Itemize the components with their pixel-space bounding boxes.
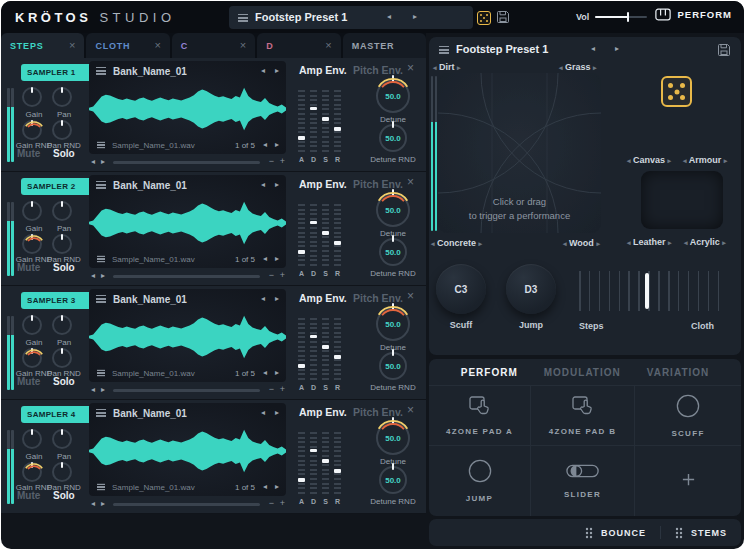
solo-button[interactable]: Solo xyxy=(53,262,75,273)
stems-button[interactable]: STEMS xyxy=(675,527,727,539)
chevron-left-icon[interactable]: ◂ xyxy=(263,139,267,151)
scrollbar[interactable] xyxy=(113,389,260,392)
trigger-pad-scuff[interactable]: C3 xyxy=(436,264,486,314)
tab-pitch-env[interactable]: Pitch Env. xyxy=(353,406,403,418)
attack-slider[interactable] xyxy=(298,432,305,494)
gain-knob[interactable] xyxy=(22,201,42,221)
sampler-select[interactable]: SAMPLER 3 ▾ xyxy=(21,292,99,309)
sustain-slider[interactable] xyxy=(322,90,329,152)
scroll-right-icon[interactable]: ▸ xyxy=(101,384,105,396)
mini-label-acrylic[interactable]: ◂ Acrylic ▸ xyxy=(684,237,726,249)
waveform-display[interactable]: Bank_Name_01 ◂ ▸ Sample_Name_01.wav 1 of… xyxy=(89,289,286,382)
attack-slider[interactable] xyxy=(298,204,305,266)
close-icon[interactable]: × xyxy=(69,40,75,51)
tab-pitch-env[interactable]: Pitch Env. xyxy=(353,64,403,76)
zoom-out-button[interactable]: − xyxy=(269,156,274,166)
bounce-button[interactable]: BOUNCE xyxy=(585,527,646,539)
gain-knob[interactable] xyxy=(22,429,42,449)
zoom-in-button[interactable]: + xyxy=(280,498,285,508)
sampler-select[interactable]: SAMPLER 4 ▾ xyxy=(21,406,99,423)
zoom-out-button[interactable]: − xyxy=(269,384,274,394)
scroll-left-icon[interactable]: ◂ xyxy=(91,498,95,510)
scrollbar[interactable] xyxy=(113,503,260,506)
close-icon[interactable]: × xyxy=(407,403,414,417)
panel-tab[interactable]: STEPS × xyxy=(1,33,84,58)
sustain-slider[interactable] xyxy=(322,204,329,266)
pan-rnd-knob[interactable] xyxy=(52,348,72,368)
mini-label-leather[interactable]: ◂ Leather ▸ xyxy=(627,237,672,249)
detune-rnd-knob[interactable]: 50.0 xyxy=(379,238,407,266)
release-slider[interactable] xyxy=(334,432,341,494)
mini-xy-pad[interactable] xyxy=(641,171,723,229)
chevron-right-icon[interactable]: ▸ xyxy=(275,139,279,151)
hamburger-icon[interactable] xyxy=(96,181,106,189)
scroll-left-icon[interactable]: ◂ xyxy=(91,270,95,282)
release-slider[interactable] xyxy=(334,204,341,266)
chevron-left-icon[interactable]: ◂ xyxy=(261,407,265,419)
sampler-select[interactable]: SAMPLER 2 ▾ xyxy=(21,178,99,195)
release-slider[interactable] xyxy=(334,90,341,152)
mapping-tab[interactable]: MODULATION xyxy=(544,367,621,378)
close-icon[interactable]: × xyxy=(407,61,414,75)
mini-label-canvas[interactable]: ◂ Canvas ▸ xyxy=(627,155,671,167)
hamburger-icon[interactable] xyxy=(96,295,106,303)
morph-slider[interactable] xyxy=(579,271,719,311)
mapping-cell[interactable]: JUMP xyxy=(429,446,530,516)
scroll-left-icon[interactable]: ◂ xyxy=(91,156,95,168)
attack-slider[interactable] xyxy=(298,318,305,380)
hamburger-icon[interactable] xyxy=(238,14,248,22)
chevron-left-icon[interactable]: ◂ xyxy=(591,43,595,55)
mute-button[interactable]: Mute xyxy=(17,376,40,387)
sampler-select[interactable]: SAMPLER 1 ▾ xyxy=(21,64,99,81)
detune-rnd-knob[interactable]: 50.0 xyxy=(379,352,407,380)
solo-button[interactable]: Solo xyxy=(53,490,75,501)
waveform-display[interactable]: Bank_Name_01 ◂ ▸ Sample_Name_01.wav 1 of… xyxy=(89,61,286,154)
chevron-left-icon[interactable]: ◂ xyxy=(263,367,267,379)
pan-rnd-knob[interactable] xyxy=(52,120,72,140)
waveform-display[interactable]: Bank_Name_01 ◂ ▸ Sample_Name_01.wav 1 of… xyxy=(89,403,286,496)
pan-knob[interactable] xyxy=(52,315,72,335)
zoom-out-button[interactable]: − xyxy=(269,270,274,280)
detune-knob[interactable]: 50.0 xyxy=(376,421,410,455)
gain-knob[interactable] xyxy=(22,315,42,335)
zoom-in-button[interactable]: + xyxy=(280,270,285,280)
mini-label-armour[interactable]: ◂ Armour ▸ xyxy=(683,155,727,167)
mute-button[interactable]: Mute xyxy=(17,490,40,501)
pan-rnd-knob[interactable] xyxy=(52,462,72,482)
gain-rnd-knob[interactable] xyxy=(22,348,42,368)
sustain-slider[interactable] xyxy=(322,318,329,380)
gain-rnd-knob[interactable] xyxy=(22,120,42,140)
tab-amp-env[interactable]: Amp Env. xyxy=(299,292,347,304)
zoom-in-button[interactable]: + xyxy=(280,384,285,394)
close-icon[interactable]: × xyxy=(407,175,414,189)
hamburger-icon[interactable] xyxy=(96,67,106,75)
hamburger-icon[interactable] xyxy=(97,484,105,490)
tab-amp-env[interactable]: Amp Env. xyxy=(299,406,347,418)
close-icon[interactable]: × xyxy=(240,40,246,51)
scroll-right-icon[interactable]: ▸ xyxy=(101,498,105,510)
panel-tab[interactable]: C × xyxy=(172,33,255,58)
pan-rnd-knob[interactable] xyxy=(52,234,72,254)
xy-performance-pad[interactable]: Click or dragto trigger a performance xyxy=(438,73,601,233)
panel-tab[interactable]: MASTER × xyxy=(343,33,426,58)
chevron-right-icon[interactable]: ▸ xyxy=(615,43,619,55)
attack-slider[interactable] xyxy=(298,90,305,152)
pan-knob[interactable] xyxy=(52,201,72,221)
tab-amp-env[interactable]: Amp Env. xyxy=(299,178,347,190)
perform-button[interactable]: PERFORM xyxy=(655,8,733,21)
mute-button[interactable]: Mute xyxy=(17,148,40,159)
hamburger-icon[interactable] xyxy=(97,370,105,376)
mapping-cell[interactable]: 4ZONE PAD B xyxy=(530,386,634,446)
waveform-display[interactable]: Bank_Name_01 ◂ ▸ Sample_Name_01.wav 1 of… xyxy=(89,175,286,268)
detune-knob[interactable]: 50.0 xyxy=(376,307,410,341)
panel-tab[interactable]: D × xyxy=(257,33,340,58)
decay-slider[interactable] xyxy=(310,432,317,494)
detune-rnd-knob[interactable]: 50.0 xyxy=(379,124,407,152)
detune-knob[interactable]: 50.0 xyxy=(376,79,410,113)
chevron-left-icon[interactable]: ◂ xyxy=(263,253,267,265)
scroll-right-icon[interactable]: ▸ xyxy=(101,270,105,282)
mapping-cell[interactable]: SCUFF xyxy=(634,386,741,446)
chevron-right-icon[interactable]: ▸ xyxy=(275,407,279,419)
detune-knob[interactable]: 50.0 xyxy=(376,193,410,227)
decay-slider[interactable] xyxy=(310,90,317,152)
